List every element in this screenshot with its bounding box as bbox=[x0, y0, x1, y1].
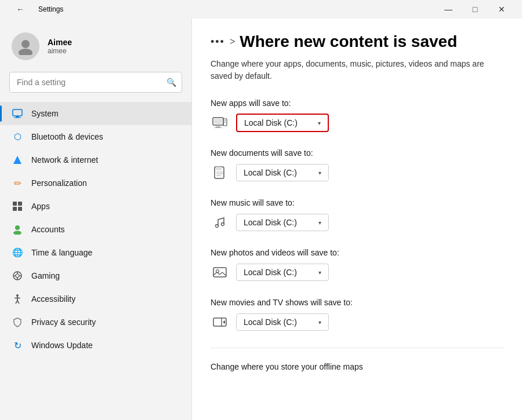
movies-save-icon bbox=[211, 313, 229, 331]
svg-line-21 bbox=[16, 301, 17, 304]
movies-save-row: Local Disk (C:) ▾ bbox=[211, 313, 503, 331]
movies-dropdown[interactable]: Local Disk (C:) ▾ bbox=[236, 313, 329, 331]
close-button[interactable]: ✕ bbox=[488, 0, 515, 19]
apps-save-row: Local Disk (C:) ▾ bbox=[211, 114, 503, 132]
user-info: Aimee aimee bbox=[48, 38, 72, 55]
titlebar-controls: — □ ✕ bbox=[435, 0, 515, 19]
apps-save-icon bbox=[211, 114, 229, 132]
music-save-label: New music will save to: bbox=[211, 198, 503, 207]
maximize-button[interactable]: □ bbox=[462, 0, 488, 19]
photos-save-row: Local Disk (C:) ▾ bbox=[211, 263, 503, 282]
apps-icon bbox=[12, 200, 23, 212]
network-icon bbox=[12, 154, 23, 166]
photos-save-label: New photos and videos will save to: bbox=[211, 248, 503, 257]
accessibility-icon bbox=[12, 293, 23, 305]
nav-label-privacy: Privacy & security bbox=[31, 317, 96, 327]
photos-save-icon bbox=[211, 263, 229, 282]
photos-dropdown[interactable]: Local Disk (C:) ▾ bbox=[236, 264, 329, 281]
svg-point-11 bbox=[13, 231, 21, 235]
breadcrumb: ••• > Where new content is saved bbox=[211, 32, 503, 51]
nav-item-gaming[interactable]: Gaming bbox=[0, 264, 191, 287]
apps-dropdown-arrow: ▾ bbox=[318, 120, 321, 126]
photos-dropdown-arrow: ▾ bbox=[318, 269, 321, 276]
nav-label-gaming: Gaming bbox=[31, 271, 60, 280]
svg-rect-8 bbox=[13, 207, 17, 211]
titlebar-title: Settings bbox=[38, 5, 63, 13]
user-name: Aimee bbox=[48, 38, 72, 47]
svg-rect-2 bbox=[13, 109, 22, 116]
nav-item-system[interactable]: System bbox=[0, 102, 191, 125]
breadcrumb-sep: > bbox=[230, 36, 235, 47]
search-icon: 🔍 bbox=[166, 78, 176, 87]
svg-point-38 bbox=[216, 270, 219, 273]
svg-point-10 bbox=[15, 225, 20, 230]
nav-item-bluetooth[interactable]: ⬡ Bluetooth & devices bbox=[0, 125, 191, 148]
music-save-section: New music will save to: Local Disk (C:) … bbox=[211, 198, 503, 232]
svg-rect-26 bbox=[214, 127, 222, 128]
movies-dropdown-arrow: ▾ bbox=[318, 319, 321, 326]
gaming-icon bbox=[12, 270, 23, 282]
photos-dropdown-value: Local Disk (C:) bbox=[244, 268, 297, 277]
svg-point-0 bbox=[21, 40, 30, 48]
nav-label-personalization: Personalization bbox=[31, 178, 87, 188]
documents-save-row: Local Disk (C:) ▾ bbox=[211, 163, 503, 182]
svg-rect-24 bbox=[214, 119, 222, 124]
documents-dropdown[interactable]: Local Disk (C:) ▾ bbox=[236, 164, 329, 181]
music-save-row: Local Disk (C:) ▾ bbox=[211, 213, 503, 232]
nav-label-accessibility: Accessibility bbox=[31, 294, 75, 304]
documents-dropdown-arrow: ▾ bbox=[318, 170, 321, 176]
user-email: aimee bbox=[48, 47, 72, 55]
personalization-icon: ✏ bbox=[12, 177, 23, 189]
accounts-icon bbox=[12, 224, 23, 235]
apps-save-label: New apps will save to: bbox=[211, 98, 503, 108]
documents-dropdown-value: Local Disk (C:) bbox=[244, 168, 297, 177]
svg-rect-7 bbox=[18, 202, 22, 206]
time-icon: 🌐 bbox=[12, 247, 23, 258]
svg-point-18 bbox=[16, 294, 19, 297]
svg-marker-40 bbox=[223, 320, 225, 324]
svg-rect-25 bbox=[216, 126, 220, 127]
apps-dropdown[interactable]: Local Disk (C:) ▾ bbox=[236, 114, 329, 132]
movies-save-label: New movies and TV shows will save to: bbox=[211, 298, 503, 307]
svg-rect-6 bbox=[13, 202, 17, 206]
svg-line-22 bbox=[17, 301, 19, 304]
nav-item-time[interactable]: 🌐 Time & language bbox=[0, 241, 191, 264]
music-dropdown-value: Local Disk (C:) bbox=[244, 218, 297, 227]
nav-label-bluetooth: Bluetooth & devices bbox=[31, 132, 103, 141]
offline-maps-label: Change where you store your offline maps bbox=[211, 362, 503, 371]
nav-item-privacy[interactable]: Privacy & security bbox=[0, 311, 191, 334]
nav-item-network[interactable]: Network & internet bbox=[0, 148, 191, 171]
titlebar: ← Settings — □ ✕ bbox=[0, 0, 522, 19]
svg-rect-37 bbox=[213, 268, 226, 277]
nav-item-accessibility[interactable]: Accessibility bbox=[0, 287, 191, 311]
nav-item-personalization[interactable]: ✏ Personalization bbox=[0, 171, 191, 195]
system-icon bbox=[12, 108, 23, 119]
movies-dropdown-value: Local Disk (C:) bbox=[244, 317, 297, 327]
photos-save-section: New photos and videos will save to: Loca… bbox=[211, 248, 503, 282]
bluetooth-icon: ⬡ bbox=[12, 131, 23, 143]
nav-item-apps[interactable]: Apps bbox=[0, 195, 191, 218]
music-save-icon bbox=[211, 213, 229, 232]
nav-label-network: Network & internet bbox=[31, 155, 98, 165]
back-button[interactable]: ← bbox=[7, 0, 34, 19]
svg-rect-9 bbox=[18, 207, 22, 211]
svg-marker-5 bbox=[13, 156, 21, 164]
breadcrumb-dots: ••• bbox=[211, 36, 225, 48]
search-box: 🔍 bbox=[9, 72, 182, 93]
music-dropdown[interactable]: Local Disk (C:) ▾ bbox=[236, 214, 329, 231]
nav-item-update[interactable]: ↻ Windows Update bbox=[0, 334, 191, 357]
main-content: ••• > Where new content is saved Change … bbox=[191, 19, 522, 420]
nav-label-time: Time & language bbox=[31, 248, 92, 257]
sidebar: Aimee aimee 🔍 System ⬡ Bluetooth & devic… bbox=[0, 19, 191, 420]
svg-rect-4 bbox=[14, 118, 21, 118]
app-container: Aimee aimee 🔍 System ⬡ Bluetooth & devic… bbox=[0, 19, 522, 420]
nav-label-apps: Apps bbox=[31, 202, 50, 211]
user-profile: Aimee aimee bbox=[0, 28, 191, 72]
nav-item-accounts[interactable]: Accounts bbox=[0, 218, 191, 241]
privacy-icon bbox=[12, 316, 23, 328]
page-title: Where new content is saved bbox=[240, 32, 457, 51]
minimize-button[interactable]: — bbox=[435, 0, 462, 19]
apps-save-section: New apps will save to: Local Disk (C:) bbox=[211, 98, 503, 132]
search-input[interactable] bbox=[9, 72, 182, 93]
documents-save-label: New documents will save to: bbox=[211, 148, 503, 158]
